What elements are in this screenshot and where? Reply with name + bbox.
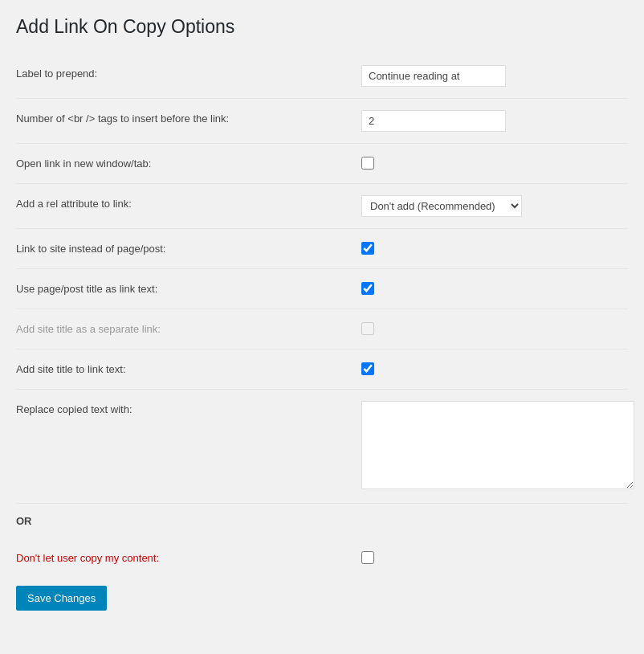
use-post-title-checkbox[interactable] bbox=[361, 282, 374, 295]
link-to-site-checkbox[interactable] bbox=[361, 242, 374, 255]
label-prepend-input[interactable] bbox=[361, 65, 506, 87]
add-site-title-text-row: Add site title to link text: bbox=[16, 349, 628, 390]
or-divider: OR bbox=[16, 504, 628, 538]
link-to-site-label: Link to site instead of page/post: bbox=[16, 240, 361, 255]
open-new-window-row: Open link in new window/tab: bbox=[16, 144, 628, 184]
open-new-window-control bbox=[361, 155, 628, 172]
add-site-title-separate-row: Add site title as a separate link: bbox=[16, 309, 628, 349]
rel-attribute-label: Add a rel attribute to link: bbox=[16, 195, 361, 210]
rel-attribute-row: Add a rel attribute to link: Don't add (… bbox=[16, 184, 628, 229]
add-site-title-separate-checkbox[interactable] bbox=[361, 322, 374, 335]
dont-let-copy-label: Don't let user copy my content: bbox=[16, 550, 361, 564]
add-site-title-separate-label: Add site title as a separate link: bbox=[16, 321, 361, 335]
replace-copied-text-textarea[interactable] bbox=[361, 401, 634, 489]
use-post-title-control bbox=[361, 280, 628, 297]
use-post-title-label: Use page/post title as link text: bbox=[16, 280, 361, 295]
dont-let-copy-control bbox=[361, 550, 628, 566]
br-tags-input[interactable] bbox=[361, 110, 506, 132]
add-site-title-text-checkbox[interactable] bbox=[361, 362, 374, 375]
link-to-site-control bbox=[361, 240, 628, 257]
open-new-window-label: Open link in new window/tab: bbox=[16, 155, 361, 170]
add-site-title-text-control bbox=[361, 361, 628, 378]
link-to-site-row: Link to site instead of page/post: bbox=[16, 229, 628, 269]
dont-let-copy-row: Don't let user copy my content: bbox=[16, 538, 628, 578]
label-prepend-control bbox=[361, 65, 628, 87]
open-new-window-checkbox[interactable] bbox=[361, 157, 374, 170]
add-site-title-separate-control bbox=[361, 321, 628, 337]
use-post-title-row: Use page/post title as link text: bbox=[16, 269, 628, 309]
save-button[interactable]: Save Changes bbox=[16, 586, 107, 611]
page-title: Add Link On Copy Options bbox=[16, 16, 628, 38]
form-container: Label to prepend: Number of <br /> tags … bbox=[16, 54, 628, 578]
replace-copied-text-control bbox=[361, 401, 634, 492]
br-tags-control bbox=[361, 110, 628, 132]
rel-attribute-select[interactable]: Don't add (Recommended) nofollow norefer… bbox=[361, 195, 522, 217]
replace-copied-text-label: Replace copied text with: bbox=[16, 401, 361, 415]
replace-copied-text-row: Replace copied text with: bbox=[16, 390, 628, 504]
add-site-title-text-label: Add site title to link text: bbox=[16, 361, 361, 375]
rel-attribute-control: Don't add (Recommended) nofollow norefer… bbox=[361, 195, 628, 217]
label-prepend-row: Label to prepend: bbox=[16, 54, 628, 99]
br-tags-label: Number of <br /> tags to insert before t… bbox=[16, 110, 361, 125]
label-prepend-label: Label to prepend: bbox=[16, 65, 361, 80]
dont-let-copy-checkbox[interactable] bbox=[361, 551, 374, 564]
br-tags-row: Number of <br /> tags to insert before t… bbox=[16, 99, 628, 144]
